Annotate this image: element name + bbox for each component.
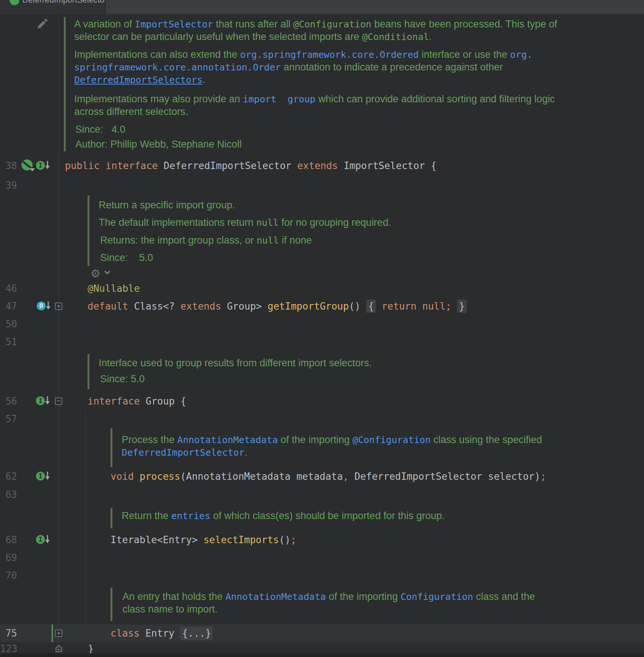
code-line[interactable]: void process(AnnotationMetadata metadata… bbox=[111, 468, 546, 485]
code-token: public interface bbox=[65, 160, 164, 171]
overridden-circle: O bbox=[37, 301, 46, 310]
line-number[interactable]: 68 bbox=[0, 531, 17, 549]
group-interface-javadoc-line: Since: 5.0 bbox=[100, 372, 145, 386]
doc-code-ref: null bbox=[256, 217, 279, 228]
code-line[interactable]: public interface DeferredImportSelector … bbox=[65, 157, 437, 175]
line-number[interactable]: 38 bbox=[0, 157, 17, 175]
code-token: class bbox=[111, 628, 145, 639]
fold-expand-icon[interactable]: + bbox=[55, 630, 62, 637]
ide-window: DeferredImportSelector.java ⚙ A variatio… bbox=[0, 0, 644, 657]
fold-expand-icon[interactable]: + bbox=[55, 303, 62, 310]
implemented-circle: I bbox=[36, 472, 45, 481]
code-token: selectImports bbox=[203, 534, 279, 545]
down-arrow-icon bbox=[45, 396, 50, 406]
doc-text: class name to import. bbox=[122, 604, 218, 615]
doc-text: Return a specific import group. bbox=[99, 199, 235, 211]
line-number[interactable]: 69 bbox=[0, 549, 17, 567]
doc-code-ref: Configuration bbox=[401, 591, 473, 602]
implemented-icon[interactable]: I bbox=[36, 161, 45, 170]
doc-text: Return the bbox=[122, 510, 171, 521]
code-token: extends bbox=[297, 160, 344, 171]
doc-text: A variation of bbox=[74, 19, 135, 30]
code-line[interactable]: Iterable<Entry> selectImports(); bbox=[111, 531, 296, 549]
doc-text: the import group class, or bbox=[141, 235, 257, 246]
code-token: return null; bbox=[382, 301, 451, 312]
line-number[interactable]: 50 bbox=[0, 315, 17, 333]
line-number[interactable]: 63 bbox=[0, 486, 17, 504]
doc-text: beans have been processed. This type of bbox=[371, 19, 557, 30]
code-line[interactable]: class Entry {...} bbox=[111, 624, 213, 642]
tab-deferred-import-selector[interactable]: DeferredImportSelector.java bbox=[0, 0, 105, 14]
get-import-group-javadoc-line: The default implementations return null … bbox=[99, 215, 391, 230]
inlay-options-row[interactable]: ⚙ bbox=[91, 267, 111, 280]
implemented-circle: I bbox=[36, 396, 45, 405]
line-number[interactable]: 75 bbox=[0, 624, 17, 642]
line-number[interactable]: 70 bbox=[0, 567, 17, 584]
select-imports-javadoc-bar bbox=[111, 508, 112, 528]
doc-code-ref: @Configuration bbox=[293, 19, 371, 30]
gear-icon[interactable]: ⚙ bbox=[91, 267, 101, 280]
line-number[interactable]: 46 bbox=[0, 280, 17, 297]
doc-text: class and the bbox=[473, 591, 535, 602]
code-token bbox=[361, 301, 367, 312]
implemented-icon[interactable]: I bbox=[36, 472, 45, 481]
line-number[interactable]: 47 bbox=[0, 297, 17, 315]
code-token: (AnnotationMetadata metadata bbox=[180, 471, 343, 482]
code-line[interactable]: default Class<? extends Group> getImport… bbox=[88, 297, 467, 315]
doc-text: selector can be particularly useful when… bbox=[74, 31, 362, 42]
code-token: Entry bbox=[145, 628, 180, 639]
code-token: DeferredImportSelector selector) bbox=[349, 471, 540, 482]
editor-tab-bar: DeferredImportSelector.java bbox=[0, 0, 644, 14]
doc-text: across different selectors. bbox=[74, 106, 188, 117]
doc-text: interface or use the bbox=[419, 49, 510, 60]
doc-text: An entry that holds the bbox=[122, 591, 226, 602]
class-javadoc-line: across different selectors. bbox=[74, 104, 188, 119]
doc-text: The default implementations return bbox=[99, 217, 256, 228]
folded-region[interactable]: { bbox=[366, 300, 376, 313]
code-line[interactable]: interface Group { bbox=[88, 392, 186, 410]
code-token: default bbox=[88, 301, 134, 312]
code-token: process bbox=[139, 471, 180, 482]
process-method-javadoc-line: DeferredImportSelector. bbox=[122, 445, 247, 460]
vcs-change-marker[interactable] bbox=[52, 624, 53, 642]
doc-code-ref: null bbox=[257, 235, 279, 246]
class-javadoc-line: DeferredImportSelectors. bbox=[74, 72, 206, 87]
line-number[interactable]: 51 bbox=[0, 333, 17, 351]
line-number[interactable]: 39 bbox=[0, 176, 17, 194]
gutter-separator bbox=[59, 14, 59, 654]
chevron-down-icon[interactable] bbox=[104, 270, 111, 275]
code-token: ; bbox=[290, 534, 296, 545]
code-token: @Nullable bbox=[88, 283, 140, 294]
code-line[interactable]: @Nullable bbox=[88, 280, 140, 297]
doc-link[interactable]: DeferredImportSelectors bbox=[74, 75, 203, 85]
spring-bean-icon[interactable] bbox=[21, 159, 35, 174]
line-number[interactable]: 62 bbox=[0, 468, 17, 485]
folded-region[interactable]: } bbox=[457, 300, 467, 313]
file-status-icon bbox=[10, 0, 19, 5]
class-javadoc-bar bbox=[64, 17, 66, 151]
code-token: ; bbox=[540, 471, 546, 482]
code-token: extends bbox=[180, 301, 227, 312]
pencil-icon[interactable] bbox=[34, 15, 49, 30]
select-imports-javadoc-line: Return the entries of which class(es) sh… bbox=[122, 508, 445, 523]
overridden-icon[interactable]: O bbox=[37, 301, 46, 310]
implemented-icon[interactable]: I bbox=[36, 535, 45, 544]
fold-end-icon[interactable] bbox=[55, 644, 63, 654]
line-number[interactable]: 56 bbox=[0, 392, 17, 410]
fold-collapse-icon[interactable]: − bbox=[55, 397, 62, 405]
doc-code-ref: springframework.core.annotation.Order bbox=[74, 62, 281, 73]
line-number[interactable]: 57 bbox=[0, 410, 17, 428]
implemented-icon[interactable]: I bbox=[36, 396, 45, 405]
doc-text: Since: 5.0 bbox=[100, 252, 153, 263]
doc-text: Implementations can also extend the bbox=[74, 49, 240, 60]
folded-region[interactable]: {...} bbox=[180, 627, 213, 640]
group-interface-javadoc-line: Interface used to group results from dif… bbox=[99, 356, 372, 370]
code-token: , bbox=[343, 471, 349, 482]
status-bar-edge bbox=[0, 653, 644, 657]
code-token: getImportGroup bbox=[267, 301, 349, 312]
doc-code-ref: @Conditional bbox=[362, 32, 429, 42]
doc-code-ref: entries bbox=[171, 511, 210, 521]
code-token: } bbox=[88, 643, 94, 654]
code-token: void bbox=[111, 471, 139, 482]
doc-text: Returns: bbox=[100, 235, 141, 246]
